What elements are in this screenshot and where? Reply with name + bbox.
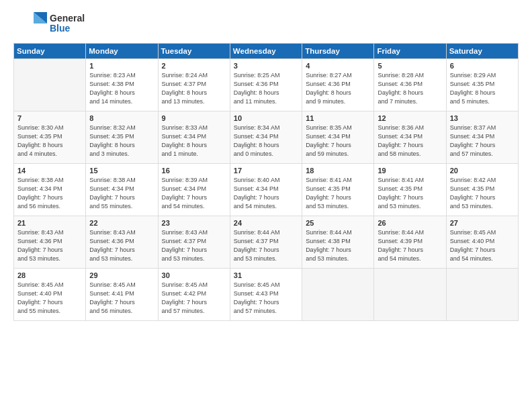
- day-number: 11: [306, 114, 370, 122]
- day-cell: 22Sunrise: 8:43 AMSunset: 4:36 PMDayligh…: [86, 216, 158, 269]
- day-info: Sunrise: 8:42 AMSunset: 4:35 PMDaylight:…: [450, 176, 515, 211]
- day-info: Sunrise: 8:36 AMSunset: 4:34 PMDaylight:…: [378, 124, 442, 158]
- day-number: 27: [450, 219, 515, 227]
- day-info: Sunrise: 8:40 AMSunset: 4:34 PMDaylight:…: [234, 176, 298, 211]
- day-cell: 16Sunrise: 8:39 AMSunset: 4:34 PMDayligh…: [158, 164, 230, 216]
- day-number: 23: [162, 219, 226, 227]
- day-cell: 20Sunrise: 8:42 AMSunset: 4:35 PMDayligh…: [446, 164, 518, 216]
- day-cell: 5Sunrise: 8:28 AMSunset: 4:36 PMDaylight…: [374, 59, 446, 111]
- day-number: 30: [162, 271, 226, 279]
- day-number: 3: [234, 62, 298, 70]
- day-cell: 15Sunrise: 8:38 AMSunset: 4:34 PMDayligh…: [86, 164, 158, 216]
- day-number: 12: [378, 114, 442, 122]
- day-cell: 21Sunrise: 8:43 AMSunset: 4:36 PMDayligh…: [14, 216, 86, 269]
- day-info: Sunrise: 8:45 AMSunset: 4:40 PMDaylight:…: [17, 281, 82, 316]
- day-number: 28: [17, 271, 82, 279]
- week-row-2: 7Sunrise: 8:30 AMSunset: 4:35 PMDaylight…: [14, 111, 519, 164]
- day-info: Sunrise: 8:43 AMSunset: 4:36 PMDaylight:…: [17, 228, 82, 263]
- week-row-4: 21Sunrise: 8:43 AMSunset: 4:36 PMDayligh…: [14, 216, 519, 269]
- day-info: Sunrise: 8:45 AMSunset: 4:40 PMDaylight:…: [450, 228, 515, 263]
- header-day-friday: Friday: [374, 44, 446, 59]
- day-info: Sunrise: 8:44 AMSunset: 4:38 PMDaylight:…: [306, 228, 370, 263]
- day-info: Sunrise: 8:45 AMSunset: 4:42 PMDaylight:…: [162, 281, 226, 316]
- day-info: Sunrise: 8:39 AMSunset: 4:34 PMDaylight:…: [162, 176, 226, 211]
- day-cell: 17Sunrise: 8:40 AMSunset: 4:34 PMDayligh…: [230, 164, 302, 216]
- day-number: 16: [162, 167, 226, 175]
- day-info: Sunrise: 8:33 AMSunset: 4:34 PMDaylight:…: [162, 124, 226, 158]
- day-cell: [374, 269, 446, 321]
- page-header: GeneralBlue: [13, 11, 519, 36]
- day-info: Sunrise: 8:43 AMSunset: 4:36 PMDaylight:…: [89, 228, 154, 263]
- day-cell: 14Sunrise: 8:38 AMSunset: 4:34 PMDayligh…: [14, 164, 86, 216]
- day-cell: 29Sunrise: 8:45 AMSunset: 4:41 PMDayligh…: [86, 269, 158, 321]
- day-number: 5: [378, 62, 442, 70]
- day-number: 21: [17, 219, 82, 227]
- day-info: Sunrise: 8:43 AMSunset: 4:37 PMDaylight:…: [162, 228, 226, 263]
- day-cell: 13Sunrise: 8:37 AMSunset: 4:34 PMDayligh…: [446, 111, 518, 164]
- logo-icon: [13, 11, 47, 36]
- day-cell: 6Sunrise: 8:29 AMSunset: 4:35 PMDaylight…: [446, 59, 518, 111]
- day-cell: 2Sunrise: 8:24 AMSunset: 4:37 PMDaylight…: [158, 59, 230, 111]
- day-info: Sunrise: 8:34 AMSunset: 4:34 PMDaylight:…: [234, 124, 298, 158]
- day-number: 1: [89, 62, 154, 70]
- day-number: 6: [450, 62, 515, 70]
- day-cell: 10Sunrise: 8:34 AMSunset: 4:34 PMDayligh…: [230, 111, 302, 164]
- week-row-1: 1Sunrise: 8:23 AMSunset: 4:38 PMDaylight…: [14, 59, 519, 111]
- day-info: Sunrise: 8:38 AMSunset: 4:34 PMDaylight:…: [89, 176, 154, 211]
- day-number: 15: [89, 167, 154, 175]
- day-number: 14: [17, 167, 82, 175]
- day-number: 24: [234, 219, 298, 227]
- header-day-thursday: Thursday: [302, 44, 374, 59]
- day-info: Sunrise: 8:28 AMSunset: 4:36 PMDaylight:…: [378, 71, 442, 106]
- day-cell: 18Sunrise: 8:41 AMSunset: 4:35 PMDayligh…: [302, 164, 374, 216]
- day-number: 25: [306, 219, 370, 227]
- day-info: Sunrise: 8:32 AMSunset: 4:35 PMDaylight:…: [89, 124, 154, 158]
- header-row: SundayMondayTuesdayWednesdayThursdayFrid…: [14, 44, 519, 59]
- day-info: Sunrise: 8:41 AMSunset: 4:35 PMDaylight:…: [306, 176, 370, 211]
- day-number: 7: [17, 114, 82, 122]
- week-row-5: 28Sunrise: 8:45 AMSunset: 4:40 PMDayligh…: [14, 269, 519, 321]
- day-cell: 8Sunrise: 8:32 AMSunset: 4:35 PMDaylight…: [86, 111, 158, 164]
- day-number: 8: [89, 114, 154, 122]
- day-info: Sunrise: 8:37 AMSunset: 4:34 PMDaylight:…: [450, 124, 515, 158]
- day-info: Sunrise: 8:24 AMSunset: 4:37 PMDaylight:…: [162, 71, 226, 106]
- day-number: 2: [162, 62, 226, 70]
- logo-line2: Blue: [50, 24, 85, 34]
- day-info: Sunrise: 8:41 AMSunset: 4:35 PMDaylight:…: [378, 176, 442, 211]
- day-info: Sunrise: 8:44 AMSunset: 4:39 PMDaylight:…: [378, 228, 442, 263]
- day-info: Sunrise: 8:25 AMSunset: 4:36 PMDaylight:…: [234, 71, 298, 106]
- day-number: 13: [450, 114, 515, 122]
- day-cell: [14, 59, 86, 111]
- week-row-3: 14Sunrise: 8:38 AMSunset: 4:34 PMDayligh…: [14, 164, 519, 216]
- header-day-wednesday: Wednesday: [230, 44, 302, 59]
- day-number: 17: [234, 167, 298, 175]
- day-number: 29: [89, 271, 154, 279]
- day-info: Sunrise: 8:27 AMSunset: 4:36 PMDaylight:…: [306, 71, 370, 106]
- day-number: 4: [306, 62, 370, 70]
- day-cell: 24Sunrise: 8:44 AMSunset: 4:37 PMDayligh…: [230, 216, 302, 269]
- day-info: Sunrise: 8:23 AMSunset: 4:38 PMDaylight:…: [89, 71, 154, 106]
- day-info: Sunrise: 8:45 AMSunset: 4:43 PMDaylight:…: [234, 281, 298, 316]
- day-cell: 31Sunrise: 8:45 AMSunset: 4:43 PMDayligh…: [230, 269, 302, 321]
- day-number: 22: [89, 219, 154, 227]
- day-cell: 30Sunrise: 8:45 AMSunset: 4:42 PMDayligh…: [158, 269, 230, 321]
- day-cell: 3Sunrise: 8:25 AMSunset: 4:36 PMDaylight…: [230, 59, 302, 111]
- day-cell: 12Sunrise: 8:36 AMSunset: 4:34 PMDayligh…: [374, 111, 446, 164]
- day-cell: 27Sunrise: 8:45 AMSunset: 4:40 PMDayligh…: [446, 216, 518, 269]
- day-cell: 23Sunrise: 8:43 AMSunset: 4:37 PMDayligh…: [158, 216, 230, 269]
- day-info: Sunrise: 8:38 AMSunset: 4:34 PMDaylight:…: [17, 176, 82, 211]
- day-number: 19: [378, 167, 442, 175]
- day-cell: 19Sunrise: 8:41 AMSunset: 4:35 PMDayligh…: [374, 164, 446, 216]
- day-number: 9: [162, 114, 226, 122]
- day-cell: 1Sunrise: 8:23 AMSunset: 4:38 PMDaylight…: [86, 59, 158, 111]
- day-cell: 4Sunrise: 8:27 AMSunset: 4:36 PMDaylight…: [302, 59, 374, 111]
- header-day-monday: Monday: [86, 44, 158, 59]
- day-cell: 11Sunrise: 8:35 AMSunset: 4:34 PMDayligh…: [302, 111, 374, 164]
- day-cell: 25Sunrise: 8:44 AMSunset: 4:38 PMDayligh…: [302, 216, 374, 269]
- day-cell: 28Sunrise: 8:45 AMSunset: 4:40 PMDayligh…: [14, 269, 86, 321]
- logo: GeneralBlue: [13, 11, 85, 36]
- header-day-sunday: Sunday: [14, 44, 86, 59]
- day-info: Sunrise: 8:45 AMSunset: 4:41 PMDaylight:…: [89, 281, 154, 316]
- logo-text: GeneralBlue: [50, 13, 85, 34]
- logo-line1: General: [50, 13, 85, 24]
